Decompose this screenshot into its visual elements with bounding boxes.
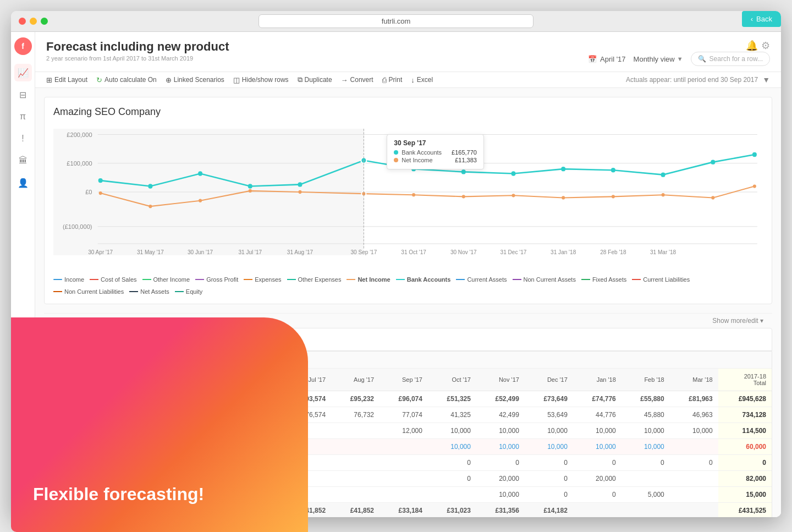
excel-button[interactable]: ↓ Excel — [411, 76, 433, 84]
cell: 10,000 — [573, 423, 622, 439]
convert-button[interactable]: → Convert — [341, 76, 373, 84]
actuals-dropdown-icon[interactable]: ▼ — [762, 75, 770, 84]
legend-net-income-label: Net Income — [358, 276, 390, 283]
legend-non-current-assets[interactable]: Non Current Assets — [513, 276, 576, 283]
cell — [283, 423, 331, 439]
row-label — [45, 423, 133, 439]
tab-balance-sheet[interactable]: Balance Sheet — [159, 328, 228, 351]
legend-current-assets[interactable]: Current Assets — [456, 276, 507, 283]
cell: 0 — [525, 471, 573, 487]
cell: 10,000 — [622, 439, 670, 455]
row-label — [45, 487, 133, 503]
show-more-button[interactable]: Show more/edit ▾ — [44, 313, 772, 328]
legend-bank-accounts[interactable]: Bank Accounts — [396, 276, 451, 283]
sliders-icon: ⊟ — [19, 90, 26, 100]
app-logo[interactable]: f — [14, 37, 32, 55]
minimize-button[interactable] — [30, 18, 37, 25]
cell — [380, 455, 428, 471]
sidebar-item-sliders[interactable]: ⊟ — [14, 86, 32, 103]
legend-equity-label: Equity — [186, 288, 203, 295]
legend-net-income[interactable]: Net Income — [346, 276, 390, 283]
svg-point-28 — [298, 190, 301, 194]
legend-cost-sales[interactable]: Cost of Sales — [90, 276, 136, 283]
legend-other-income[interactable]: Other Income — [142, 276, 190, 283]
svg-point-24 — [99, 191, 102, 195]
legend-other-expenses[interactable]: Other Expenses — [287, 276, 342, 283]
cell — [670, 487, 718, 503]
print-label: Print — [389, 76, 403, 84]
tab-cashflow[interactable]: Cashflow — [227, 328, 278, 351]
sidebar-item-user[interactable]: 👤 — [14, 174, 32, 191]
url-bar[interactable]: futrli.com — [258, 14, 534, 28]
cell: 0 — [476, 455, 525, 471]
cell: £84,021 — [133, 391, 181, 407]
legend-equity[interactable]: Equity — [175, 288, 203, 295]
sidebar-item-bank[interactable]: 🏛 — [14, 152, 32, 169]
svg-text:30 Jun '17: 30 Jun '17 — [188, 249, 213, 255]
linked-scenarios-icon: ⊕ — [166, 76, 172, 84]
print-button[interactable]: ⎙ Print — [382, 76, 403, 84]
title-area: Forecast including new product 2 year sc… — [46, 40, 229, 62]
tab-workings[interactable]: Workings — [45, 328, 96, 351]
notification-icon[interactable]: 🔔 — [746, 40, 758, 52]
cell: 0 — [525, 455, 573, 471]
svg-point-10 — [98, 178, 103, 183]
cell: £41,852 — [229, 503, 283, 518]
legend-gross-profit-label: Gross Profit — [206, 276, 238, 283]
cell: 15,000 — [718, 487, 772, 503]
table-row: ↳ Recurring Revenue Actual Actual 75,091… — [45, 407, 772, 423]
col-header-mar: Mar '18 — [670, 369, 718, 391]
edit-layout-button[interactable]: ⊞ Edit Layout — [46, 76, 87, 84]
sidebar-item-pi[interactable]: π — [14, 108, 32, 125]
legend-income[interactable]: Income — [53, 276, 84, 283]
col-header-nov: Nov '17 — [476, 369, 525, 391]
legend-fixed-assets-label: Fixed Assets — [592, 276, 626, 283]
cell: 10,000 — [525, 423, 573, 439]
sidebar-item-alert[interactable]: ! — [14, 130, 32, 147]
legend-net-assets[interactable]: Net Assets — [129, 288, 169, 295]
cell — [331, 423, 380, 439]
legend-current-liabilities[interactable]: Current Liabilities — [632, 276, 690, 283]
settings-gear-icon[interactable]: ⚙ — [761, 40, 770, 52]
search-box[interactable]: 🔍 Search for a row... — [691, 52, 770, 66]
legend-non-current-liabilities[interactable]: Non Current Liabilities — [53, 288, 124, 295]
cell — [133, 423, 181, 439]
row-label — [45, 439, 133, 455]
legend-gross-profit[interactable]: Gross Profit — [195, 276, 238, 283]
tab-profit-loss[interactable]: Profit & Loss — [96, 328, 159, 351]
period-control[interactable]: 📅 April '17 — [588, 55, 626, 63]
cell — [331, 487, 380, 503]
cell — [181, 487, 229, 503]
duplicate-button[interactable]: ⧉ Duplicate — [298, 75, 332, 84]
chart-icon: 📈 — [18, 68, 29, 78]
close-button[interactable] — [19, 18, 26, 25]
cell: 45,880 — [622, 407, 670, 423]
edit-layout-icon: ⊞ — [46, 76, 52, 84]
page-header: Forecast including new product 2 year sc… — [35, 32, 781, 72]
cell — [283, 487, 331, 503]
pi-icon: π — [20, 112, 26, 122]
cell: 75,091 — [229, 407, 283, 423]
legend-expenses[interactable]: Expenses — [244, 276, 281, 283]
cell: 10,000 — [476, 423, 525, 439]
hide-show-rows-button[interactable]: ◫ Hide/show rows — [233, 76, 289, 84]
calendar-icon: 📅 — [588, 55, 597, 63]
chart-container: 30 Sep '17 Bank Accounts £165,770 Net In… — [53, 129, 763, 272]
legend-other-expenses-label: Other Expenses — [298, 276, 342, 283]
cell — [573, 503, 622, 518]
cell: £51,325 — [428, 391, 476, 407]
table-header-row: Apr '17 May '17 Jun '17 Jul '17 Aug '17 … — [45, 369, 772, 391]
sidebar-item-chart[interactable]: 📈 — [14, 64, 32, 81]
cell: 0 — [670, 455, 718, 471]
cell: 10,000 — [428, 439, 476, 455]
income-legend-line — [53, 279, 62, 280]
cell: £31,356 — [476, 503, 525, 518]
legend-fixed-assets[interactable]: Fixed Assets — [581, 276, 626, 283]
auto-calculate-button[interactable]: ↻ Auto calculate On — [96, 76, 157, 84]
view-control[interactable]: Monthly view ▼ — [634, 55, 683, 63]
cell: 0 — [428, 455, 476, 471]
linked-scenarios-button[interactable]: ⊕ Linked Scenarios — [166, 76, 224, 84]
maximize-button[interactable] — [41, 18, 48, 25]
collapse-all-rows-button[interactable]: Collapse All Rows — [45, 352, 772, 369]
sidebar: f 📈 ⊟ π ! 🏛 👤 — [11, 32, 35, 517]
